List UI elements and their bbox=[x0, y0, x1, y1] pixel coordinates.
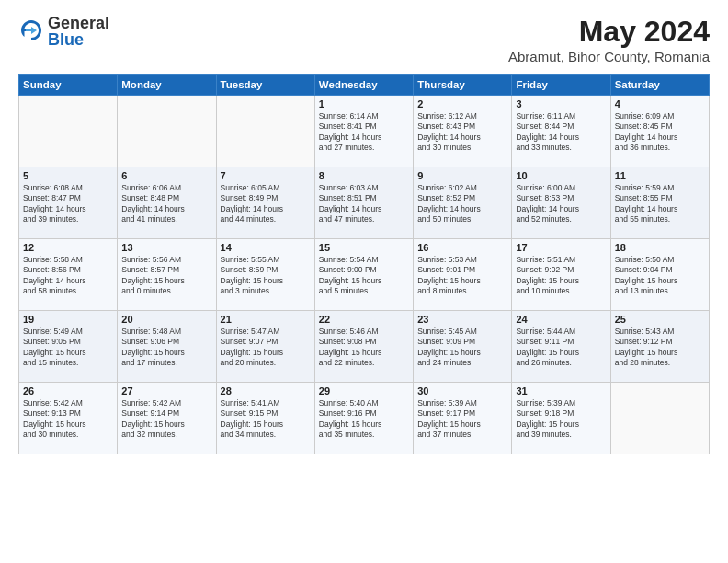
day-cell: 2Sunrise: 6:12 AMSunset: 8:43 PMDaylight… bbox=[414, 96, 512, 167]
title-block: May 2024 Abramut, Bihor County, Romania bbox=[508, 15, 710, 64]
day-number: 18 bbox=[615, 242, 705, 253]
day-number: 14 bbox=[221, 242, 311, 253]
logo-general-text: General bbox=[48, 15, 109, 31]
day-info: Sunrise: 5:40 AMSunset: 9:16 PMDaylight:… bbox=[319, 398, 409, 441]
day-number: 30 bbox=[417, 385, 507, 396]
day-info: Sunrise: 5:59 AMSunset: 8:55 PMDaylight:… bbox=[615, 183, 705, 225]
day-cell: 16Sunrise: 5:53 AMSunset: 9:01 PMDayligh… bbox=[414, 239, 512, 311]
day-number: 1 bbox=[319, 98, 409, 109]
day-cell: 24Sunrise: 5:44 AMSunset: 9:11 PMDayligh… bbox=[512, 311, 610, 383]
day-cell: 22Sunrise: 5:46 AMSunset: 9:08 PMDayligh… bbox=[314, 311, 413, 383]
logo-text: General Blue bbox=[48, 15, 109, 48]
day-cell: 27Sunrise: 5:42 AMSunset: 9:14 PMDayligh… bbox=[118, 383, 216, 454]
day-info: Sunrise: 5:49 AMSunset: 9:05 PMDaylight:… bbox=[23, 327, 113, 369]
day-info: Sunrise: 6:00 AMSunset: 8:53 PMDaylight:… bbox=[516, 183, 606, 225]
day-number: 2 bbox=[417, 98, 507, 109]
day-cell: 6Sunrise: 6:06 AMSunset: 8:48 PMDaylight… bbox=[118, 167, 216, 239]
day-info: Sunrise: 5:41 AMSunset: 9:15 PMDaylight:… bbox=[221, 398, 311, 441]
day-info: Sunrise: 6:05 AMSunset: 8:49 PMDaylight:… bbox=[221, 183, 311, 225]
day-info: Sunrise: 5:48 AMSunset: 9:06 PMDaylight:… bbox=[121, 327, 211, 369]
day-info: Sunrise: 5:42 AMSunset: 9:13 PMDaylight:… bbox=[23, 398, 113, 441]
day-number: 31 bbox=[516, 385, 606, 396]
day-number: 19 bbox=[23, 314, 113, 325]
col-header-thursday: Thursday bbox=[414, 75, 512, 96]
day-info: Sunrise: 6:06 AMSunset: 8:48 PMDaylight:… bbox=[121, 183, 211, 225]
day-info: Sunrise: 6:02 AMSunset: 8:52 PMDaylight:… bbox=[417, 183, 507, 225]
col-header-sunday: Sunday bbox=[19, 75, 118, 96]
week-row-5: 26Sunrise: 5:42 AMSunset: 9:13 PMDayligh… bbox=[19, 383, 710, 454]
day-cell: 4Sunrise: 6:09 AMSunset: 8:45 PMDaylight… bbox=[610, 96, 709, 167]
day-info: Sunrise: 5:54 AMSunset: 9:00 PMDaylight:… bbox=[319, 255, 409, 297]
day-info: Sunrise: 5:39 AMSunset: 9:18 PMDaylight:… bbox=[516, 398, 606, 441]
subtitle: Abramut, Bihor County, Romania bbox=[508, 49, 710, 64]
day-cell: 28Sunrise: 5:41 AMSunset: 9:15 PMDayligh… bbox=[216, 383, 314, 454]
day-number: 23 bbox=[417, 314, 507, 325]
col-header-tuesday: Tuesday bbox=[216, 75, 314, 96]
day-cell: 29Sunrise: 5:40 AMSunset: 9:16 PMDayligh… bbox=[314, 383, 413, 454]
day-number: 25 bbox=[615, 314, 705, 325]
day-info: Sunrise: 5:50 AMSunset: 9:04 PMDaylight:… bbox=[615, 255, 705, 297]
calendar-header-row: SundayMondayTuesdayWednesdayThursdayFrid… bbox=[19, 75, 710, 96]
day-cell: 23Sunrise: 5:45 AMSunset: 9:09 PMDayligh… bbox=[414, 311, 512, 383]
day-info: Sunrise: 5:44 AMSunset: 9:11 PMDaylight:… bbox=[516, 327, 606, 369]
day-cell: 9Sunrise: 6:02 AMSunset: 8:52 PMDaylight… bbox=[414, 167, 512, 239]
day-number: 20 bbox=[121, 314, 211, 325]
day-cell bbox=[19, 96, 118, 167]
day-cell: 25Sunrise: 5:43 AMSunset: 9:12 PMDayligh… bbox=[610, 311, 709, 383]
day-info: Sunrise: 6:11 AMSunset: 8:44 PMDaylight:… bbox=[516, 111, 606, 154]
day-info: Sunrise: 5:46 AMSunset: 9:08 PMDaylight:… bbox=[319, 327, 409, 369]
day-number: 15 bbox=[319, 242, 409, 253]
day-info: Sunrise: 6:14 AMSunset: 8:41 PMDaylight:… bbox=[319, 111, 409, 154]
page: General Blue May 2024 Abramut, Bihor Cou… bbox=[0, 0, 728, 563]
day-number: 26 bbox=[23, 385, 113, 396]
day-cell: 30Sunrise: 5:39 AMSunset: 9:17 PMDayligh… bbox=[414, 383, 512, 454]
day-cell: 3Sunrise: 6:11 AMSunset: 8:44 PMDaylight… bbox=[512, 96, 610, 167]
day-cell: 13Sunrise: 5:56 AMSunset: 8:57 PMDayligh… bbox=[118, 239, 216, 311]
day-number: 4 bbox=[615, 98, 705, 109]
day-info: Sunrise: 5:39 AMSunset: 9:17 PMDaylight:… bbox=[417, 398, 507, 441]
day-cell: 20Sunrise: 5:48 AMSunset: 9:06 PMDayligh… bbox=[118, 311, 216, 383]
day-number: 21 bbox=[221, 314, 311, 325]
day-cell bbox=[118, 96, 216, 167]
week-row-2: 5Sunrise: 6:08 AMSunset: 8:47 PMDaylight… bbox=[19, 167, 710, 239]
day-number: 28 bbox=[221, 385, 311, 396]
col-header-wednesday: Wednesday bbox=[314, 75, 413, 96]
day-number: 17 bbox=[516, 242, 606, 253]
col-header-friday: Friday bbox=[512, 75, 610, 96]
day-cell: 8Sunrise: 6:03 AMSunset: 8:51 PMDaylight… bbox=[314, 167, 413, 239]
day-number: 29 bbox=[319, 385, 409, 396]
day-info: Sunrise: 5:45 AMSunset: 9:09 PMDaylight:… bbox=[417, 327, 507, 369]
svg-marker-0 bbox=[26, 27, 37, 34]
day-info: Sunrise: 6:12 AMSunset: 8:43 PMDaylight:… bbox=[417, 111, 507, 154]
day-number: 9 bbox=[417, 170, 507, 181]
day-cell: 26Sunrise: 5:42 AMSunset: 9:13 PMDayligh… bbox=[19, 383, 118, 454]
logo: General Blue bbox=[18, 15, 109, 48]
day-number: 8 bbox=[319, 170, 409, 181]
day-info: Sunrise: 5:58 AMSunset: 8:56 PMDaylight:… bbox=[23, 255, 113, 297]
day-info: Sunrise: 5:55 AMSunset: 8:59 PMDaylight:… bbox=[221, 255, 311, 297]
day-cell bbox=[216, 96, 314, 167]
day-number: 11 bbox=[615, 170, 705, 181]
day-number: 10 bbox=[516, 170, 606, 181]
week-row-4: 19Sunrise: 5:49 AMSunset: 9:05 PMDayligh… bbox=[19, 311, 710, 383]
day-cell: 5Sunrise: 6:08 AMSunset: 8:47 PMDaylight… bbox=[19, 167, 118, 239]
day-cell: 18Sunrise: 5:50 AMSunset: 9:04 PMDayligh… bbox=[610, 239, 709, 311]
logo-icon bbox=[18, 18, 44, 44]
day-cell: 14Sunrise: 5:55 AMSunset: 8:59 PMDayligh… bbox=[216, 239, 314, 311]
day-info: Sunrise: 5:42 AMSunset: 9:14 PMDaylight:… bbox=[121, 398, 211, 441]
day-cell: 7Sunrise: 6:05 AMSunset: 8:49 PMDaylight… bbox=[216, 167, 314, 239]
day-cell: 17Sunrise: 5:51 AMSunset: 9:02 PMDayligh… bbox=[512, 239, 610, 311]
day-info: Sunrise: 5:51 AMSunset: 9:02 PMDaylight:… bbox=[516, 255, 606, 297]
day-number: 13 bbox=[121, 242, 211, 253]
day-info: Sunrise: 5:47 AMSunset: 9:07 PMDaylight:… bbox=[221, 327, 311, 369]
calendar-table: SundayMondayTuesdayWednesdayThursdayFrid… bbox=[18, 74, 710, 454]
col-header-monday: Monday bbox=[118, 75, 216, 96]
day-number: 12 bbox=[23, 242, 113, 253]
day-info: Sunrise: 6:09 AMSunset: 8:45 PMDaylight:… bbox=[615, 111, 705, 154]
day-number: 6 bbox=[121, 170, 211, 181]
day-info: Sunrise: 5:56 AMSunset: 8:57 PMDaylight:… bbox=[121, 255, 211, 297]
day-number: 7 bbox=[221, 170, 311, 181]
week-row-1: 1Sunrise: 6:14 AMSunset: 8:41 PMDaylight… bbox=[19, 96, 710, 167]
day-cell: 15Sunrise: 5:54 AMSunset: 9:00 PMDayligh… bbox=[314, 239, 413, 311]
day-number: 22 bbox=[319, 314, 409, 325]
